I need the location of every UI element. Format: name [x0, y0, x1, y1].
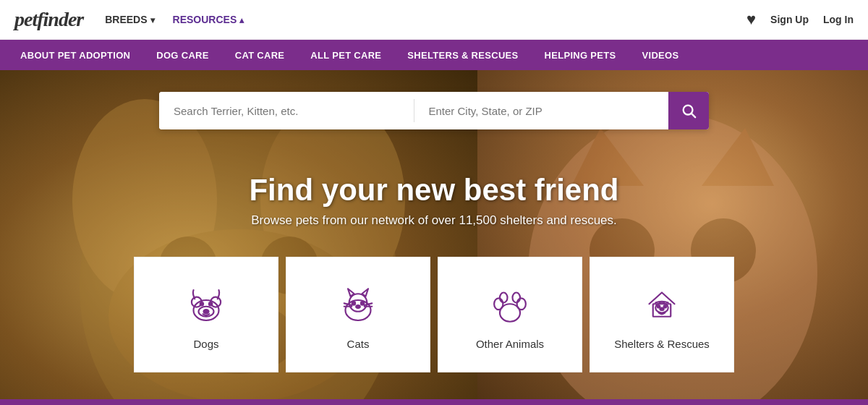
shelter-icon — [637, 280, 687, 331]
pet-card-shelters[interactable]: Shelters & Rescues — [590, 257, 734, 372]
pet-categories: Dogs Cats — [0, 257, 868, 372]
search-button[interactable] — [668, 92, 709, 129]
svg-point-28 — [356, 305, 359, 308]
subnav-helping-pets[interactable]: HELPING PETS — [532, 40, 629, 70]
svg-line-31 — [365, 303, 373, 305]
pet-card-shelters-label: Shelters & Rescues — [614, 338, 710, 350]
resources-label: RESOURCES — [173, 14, 237, 25]
favorite-heart-icon[interactable]: ♥ — [746, 10, 756, 29]
svg-point-27 — [361, 302, 364, 304]
subnav-dog-care[interactable]: DOG CARE — [143, 40, 221, 70]
resources-nav-link[interactable]: RESOURCES — [173, 14, 244, 25]
svg-point-20 — [209, 302, 212, 305]
svg-line-29 — [344, 303, 352, 305]
svg-point-21 — [204, 310, 209, 313]
chevron-down-icon — [150, 14, 155, 25]
svg-point-34 — [494, 298, 503, 310]
signup-button[interactable]: Sign Up — [770, 14, 809, 25]
subnav-cat-care[interactable]: CAT CARE — [222, 40, 298, 70]
svg-marker-25 — [362, 289, 368, 297]
top-nav: petfinder BREEDS RESOURCES ♥ Sign Up Log… — [0, 0, 868, 40]
pet-card-dogs-label: Dogs — [193, 338, 218, 350]
search-bar — [159, 92, 709, 129]
svg-point-19 — [200, 302, 203, 305]
svg-point-40 — [658, 305, 660, 308]
sub-nav: ABOUT PET ADOPTION DOG CARE CAT CARE ALL… — [0, 40, 868, 70]
pet-card-cats[interactable]: Cats — [286, 257, 430, 372]
hero-title: Find your new best friend — [249, 173, 618, 208]
svg-line-14 — [692, 114, 695, 117]
breeds-label: BREEDS — [105, 14, 147, 25]
svg-point-37 — [513, 292, 521, 302]
hero-subtitle: Browse pets from our network of over 11,… — [251, 213, 617, 228]
hero-content: Find your new best friend Browse pets fr… — [0, 70, 868, 405]
subnav-all-pet-care[interactable]: ALL PET CARE — [297, 40, 394, 70]
login-button[interactable]: Log In — [823, 14, 854, 25]
breeds-nav-link[interactable]: BREEDS — [105, 14, 154, 25]
hero-section: Find your new best friend Browse pets fr… — [0, 70, 868, 405]
svg-point-36 — [500, 292, 508, 302]
pet-card-dogs[interactable]: Dogs — [134, 257, 278, 372]
dog-icon — [181, 280, 231, 331]
subnav-videos[interactable]: VIDEOS — [629, 40, 692, 70]
svg-point-35 — [517, 298, 526, 310]
pet-search-input[interactable] — [159, 92, 414, 129]
svg-point-42 — [660, 307, 663, 310]
pet-card-other-animals-label: Other Animals — [476, 338, 544, 350]
paw-icon — [485, 280, 535, 331]
svg-point-26 — [352, 302, 355, 304]
chevron-up-icon — [239, 14, 244, 25]
pet-card-other-animals[interactable]: Other Animals — [438, 257, 582, 372]
subnav-shelters-rescues[interactable]: SHELTERS & RESCUES — [394, 40, 531, 70]
svg-marker-24 — [348, 289, 354, 297]
svg-point-41 — [664, 305, 667, 308]
search-icon — [681, 103, 697, 119]
logo[interactable]: petfinder — [14, 8, 83, 31]
subnav-about-pet-adoption[interactable]: ABOUT PET ADOPTION — [7, 40, 143, 70]
cat-icon — [333, 280, 383, 331]
pet-card-cats-label: Cats — [347, 338, 370, 350]
location-search-input[interactable] — [414, 92, 669, 129]
